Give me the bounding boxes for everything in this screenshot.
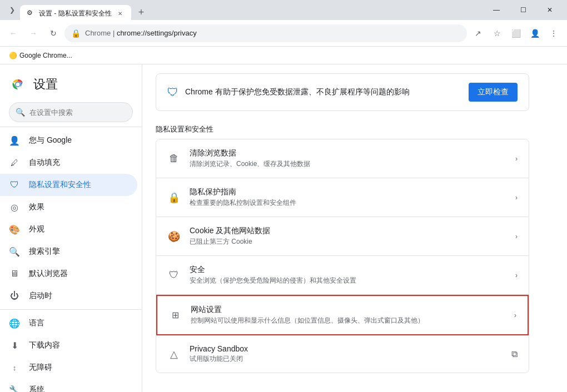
- sidebar-item-browser[interactable]: 🖥 默认浏览器: [0, 263, 137, 285]
- settings-item-site-settings[interactable]: ⊞ 网站设置 控制网站可以使用和显示什么信息（如位置信息、摄像头、弹出式窗口及其…: [156, 295, 529, 335]
- url-text: Chrome | chrome://settings/privacy: [85, 29, 460, 37]
- site-settings-subtitle: 控制网站可以使用和显示什么信息（如位置信息、摄像头、弹出式窗口及其他）: [191, 316, 505, 325]
- search-engine-icon: 🔍: [9, 246, 20, 257]
- sidebar-search[interactable]: 🔍: [9, 102, 133, 122]
- language-icon: 🌐: [9, 318, 20, 329]
- share-button[interactable]: ↗: [469, 24, 487, 42]
- extension-button[interactable]: ⬜: [507, 24, 525, 42]
- settings-item-privacy-guide[interactable]: 🔒 隐私保护指南 检查重要的隐私控制设置和安全组件 ›: [156, 178, 529, 217]
- privacy-guide-icon: 🔒: [167, 191, 181, 204]
- privacy-guide-subtitle: 检查重要的隐私控制设置和安全组件: [190, 198, 506, 208]
- sidebar-item-system[interactable]: 🔧 系统: [0, 379, 137, 392]
- autofill-icon: 🖊: [9, 157, 20, 168]
- sidebar-item-downloads[interactable]: ⬇ 下载内容: [0, 334, 137, 356]
- tab-close-button[interactable]: ✕: [116, 9, 125, 18]
- sidebar-item-language[interactable]: 🌐 语言: [0, 312, 137, 334]
- google-icon: 👤: [9, 135, 20, 146]
- menu-button[interactable]: ⋮: [545, 24, 563, 42]
- minimize-button[interactable]: —: [484, 0, 509, 20]
- bookmarkbar: 🟡 Google Chrome...: [0, 47, 567, 64]
- sidebar-label-system: 系统: [29, 385, 44, 392]
- appearance-icon: 🎨: [9, 224, 20, 235]
- settings-list: 🗑 清除浏览数据 清除浏览记录、Cookie、缓存及其他数据 › 🔒 隐私保护指…: [156, 139, 529, 373]
- privacy-icon: 🛡: [9, 179, 20, 190]
- downloads-icon: ⬇: [9, 340, 20, 351]
- sidebar-label-google: 您与 Google: [29, 135, 72, 145]
- tab-favicon-icon: ⚙: [27, 9, 36, 18]
- site-settings-icon: ⊞: [168, 309, 182, 322]
- site-settings-arrow: ›: [514, 311, 516, 319]
- security-icon: 🔒: [71, 29, 81, 38]
- active-tab[interactable]: ⚙ 设置 - 隐私设置和安全性 ✕: [20, 5, 131, 22]
- content-inner: 🛡 Chrome 有助于保护您免受数据泄露、不良扩展程序等问题的影响 立即检查 …: [142, 64, 543, 382]
- sidebar-label-effects: 效果: [29, 202, 44, 212]
- security-banner: 🛡 Chrome 有助于保护您免受数据泄露、不良扩展程序等问题的影响 立即检查: [156, 73, 529, 111]
- search-input[interactable]: [9, 102, 133, 122]
- cookies-subtitle: 已阻止第三方 Cookie: [190, 237, 506, 247]
- sidebar-item-effects[interactable]: ◎ 效果: [0, 196, 137, 218]
- sidebar-item-appearance[interactable]: 🎨 外观: [0, 218, 137, 240]
- clear-browsing-icon: 🗑: [167, 152, 181, 165]
- main-layout: 设置 🔍 👤 您与 Google 🖊 自动填充 🛡 隐私设置和安全性 ◎ 效果 …: [0, 64, 567, 392]
- security-text: 安全 安全浏览（保护您免受危险网站的侵害）和其他安全设置: [190, 265, 506, 285]
- forward-button[interactable]: →: [24, 24, 42, 42]
- browser-icon: 🖥: [9, 268, 20, 279]
- sidebar-label-search: 搜索引擎: [29, 247, 60, 257]
- content-area: 🛡 Chrome 有助于保护您免受数据泄露、不良扩展程序等问题的影响 立即检查 …: [142, 64, 567, 392]
- maximize-button[interactable]: ☐: [510, 0, 536, 20]
- settings-item-cookies[interactable]: 🍪 Cookie 及其他网站数据 已阻止第三方 Cookie ›: [156, 217, 529, 256]
- cookies-icon: 🍪: [167, 230, 181, 243]
- settings-item-clear-browsing[interactable]: 🗑 清除浏览数据 清除浏览记录、Cookie、缓存及其他数据 ›: [156, 139, 529, 178]
- profile-button[interactable]: 👤: [526, 24, 544, 42]
- sidebar-divider: [0, 127, 142, 127]
- security-arrow: ›: [515, 272, 518, 279]
- refresh-button[interactable]: ↻: [44, 24, 62, 42]
- addressbar-actions: ↗ ☆ ⬜ 👤 ⋮: [469, 24, 563, 42]
- privacy-sandbox-text: Privacy Sandbox 试用版功能已关闭: [190, 344, 503, 364]
- site-settings-text: 网站设置 控制网站可以使用和显示什么信息（如位置信息、摄像头、弹出式窗口及其他）: [191, 305, 505, 325]
- privacy-sandbox-title: Privacy Sandbox: [190, 344, 503, 353]
- clear-browsing-title: 清除浏览数据: [190, 148, 506, 158]
- sidebar-label-language: 语言: [29, 318, 44, 328]
- url-separator: |: [113, 29, 117, 37]
- url-protocol: Chrome: [85, 29, 111, 37]
- chrome-logo-icon: [9, 76, 27, 93]
- bookmark-label: Google Chrome...: [19, 52, 72, 59]
- new-tab-button[interactable]: +: [133, 4, 149, 20]
- bookmark-item-chrome[interactable]: 🟡 Google Chrome...: [4, 49, 77, 62]
- system-icon: 🔧: [9, 384, 20, 392]
- security-icon2: 🛡: [167, 269, 181, 282]
- cookies-title: Cookie 及其他网站数据: [190, 226, 506, 236]
- sidebar-header: 设置: [0, 64, 142, 98]
- clear-browsing-arrow: ›: [515, 155, 518, 163]
- sidebar-item-privacy[interactable]: 🛡 隐私设置和安全性: [0, 174, 137, 196]
- sidebar-item-google[interactable]: 👤 您与 Google: [0, 129, 137, 152]
- effects-icon: ◎: [9, 202, 20, 213]
- tab-list-chevron[interactable]: ❯: [4, 2, 20, 18]
- sidebar-item-search[interactable]: 🔍 搜索引擎: [0, 240, 137, 263]
- back-button[interactable]: ←: [4, 24, 22, 42]
- sidebar-label-browser: 默认浏览器: [29, 269, 68, 279]
- sidebar-item-accessibility[interactable]: ↕ 无障碍: [0, 356, 137, 379]
- sidebar-item-startup[interactable]: ⏻ 启动时: [0, 285, 137, 307]
- url-bar[interactable]: 🔒 Chrome | chrome://settings/privacy: [64, 24, 467, 42]
- site-settings-title: 网站设置: [191, 305, 505, 315]
- banner-text: Chrome 有助于保护您免受数据泄露、不良扩展程序等问题的影响: [185, 87, 462, 97]
- search-icon: 🔍: [16, 108, 25, 117]
- privacy-sandbox-icon: △: [167, 348, 181, 361]
- security-subtitle: 安全浏览（保护您免受危险网站的侵害）和其他安全设置: [190, 276, 506, 285]
- cookies-text: Cookie 及其他网站数据 已阻止第三方 Cookie: [190, 226, 506, 247]
- settings-item-security[interactable]: 🛡 安全 安全浏览（保护您免受危险网站的侵害）和其他安全设置 ›: [156, 256, 529, 295]
- sidebar-divider-2: [0, 309, 142, 310]
- addressbar: ← → ↻ 🔒 Chrome | chrome://settings/priva…: [0, 20, 567, 47]
- sidebar-label-startup: 启动时: [29, 291, 52, 301]
- sidebar-title: 设置: [33, 76, 58, 93]
- check-now-button[interactable]: 立即检查: [469, 83, 518, 102]
- close-button[interactable]: ✕: [537, 0, 563, 20]
- sidebar-label-privacy: 隐私设置和安全性: [29, 180, 91, 190]
- settings-item-privacy-sandbox[interactable]: △ Privacy Sandbox 试用版功能已关闭 ⧉: [156, 335, 529, 373]
- sidebar-item-autofill[interactable]: 🖊 自动填充: [0, 152, 137, 174]
- titlebar: ❯ ⚙ 设置 - 隐私设置和安全性 ✕ + — ☐ ✕: [0, 0, 567, 20]
- bookmark-button[interactable]: ☆: [488, 24, 506, 42]
- security-title: 安全: [190, 265, 506, 275]
